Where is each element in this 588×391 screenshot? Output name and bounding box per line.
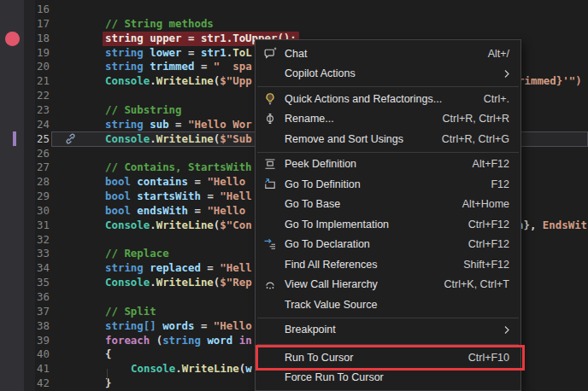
code-token: = bbox=[201, 261, 220, 274]
code-token: WriteLine bbox=[156, 276, 214, 289]
menu-item-label: Breakpoint bbox=[285, 324, 503, 336]
menu-item-label: View Call Hierarchy bbox=[285, 278, 444, 290]
code-token: Console bbox=[105, 74, 150, 87]
code-token: WriteLine bbox=[156, 132, 214, 145]
menu-item-go-to-implementation[interactable]: Go To ImplementationCtrl+F12 bbox=[256, 214, 520, 235]
code-token: WriteLine bbox=[156, 74, 214, 87]
code-token: $"Rep bbox=[220, 276, 251, 289]
code-text: { bbox=[105, 347, 111, 362]
view-call-hierarchy-icon bbox=[256, 277, 285, 291]
code-token: $"Con bbox=[220, 219, 251, 231]
code-token: . bbox=[150, 132, 156, 145]
code-line-16[interactable]: 16 bbox=[0, 3, 588, 17]
code-fragment-line-31: h}, EndsWit bbox=[517, 219, 587, 233]
menu-item-shortcut: F12 bbox=[491, 178, 509, 190]
go-to-declaration-icon bbox=[256, 237, 285, 251]
code-text: Console.WriteLine($"Rep bbox=[105, 276, 252, 290]
menu-item-go-to-definition[interactable]: Go To DefinitionF12 bbox=[256, 174, 520, 195]
menu-item-shortcut: Ctrl+R, Ctrl+G bbox=[442, 133, 509, 145]
menu-item-rename[interactable]: Rename...Ctrl+R, Ctrl+R bbox=[256, 109, 520, 130]
code-token: ToL bbox=[232, 46, 251, 59]
code-token: lower bbox=[150, 46, 181, 59]
line-number: 25 bbox=[0, 132, 50, 147]
line-number: 24 bbox=[0, 118, 50, 132]
menu-item-label: Go To Definition bbox=[285, 178, 491, 190]
code-token: string[] bbox=[105, 319, 162, 332]
line-number: 21 bbox=[0, 74, 50, 89]
code-token: "Hell bbox=[220, 190, 251, 202]
menu-item-go-to-declaration[interactable]: Go To DeclarationCtrl+F12 bbox=[256, 235, 520, 255]
code-token: " spa bbox=[214, 60, 252, 73]
menu-item-breakpoint[interactable]: Breakpoint bbox=[256, 320, 520, 341]
menu-item-remove-and-sort-usings[interactable]: Remove and Sort UsingsCtrl+R, Ctrl+G bbox=[256, 129, 520, 149]
code-token: in bbox=[232, 334, 251, 347]
code-text: string trimmed = " spa bbox=[105, 60, 252, 74]
code-text: string sub = "Hello Wor bbox=[105, 118, 252, 132]
menu-item-shortcut: Ctrl+F12 bbox=[468, 219, 509, 231]
menu-item-view-call-hierarchy[interactable]: View Call HierarchyCtrl+K, Ctrl+T bbox=[256, 275, 520, 295]
code-text: bool contains = "Hello bbox=[105, 175, 252, 190]
code-token: trimmed bbox=[150, 60, 194, 73]
line-number: 29 bbox=[0, 190, 50, 204]
code-token: string bbox=[105, 118, 150, 131]
code-token: str1 bbox=[201, 46, 226, 59]
code-token: = bbox=[188, 204, 207, 217]
code-token: "Hello bbox=[214, 319, 252, 332]
menu-item-force-run-to-cursor[interactable]: Force Run To Cursor bbox=[256, 368, 520, 388]
code-text: Console.WriteLine($"Upp bbox=[105, 74, 252, 89]
line-number: 20 bbox=[0, 60, 50, 74]
code-token: WriteLine bbox=[156, 219, 214, 231]
code-token: WriteLine bbox=[182, 362, 239, 375]
code-token: // Substring bbox=[105, 103, 182, 116]
menu-item-label: Peek Definition bbox=[285, 158, 473, 170]
menu-item-copilot-actions[interactable]: Copilot Actions bbox=[256, 64, 520, 85]
code-text: string lower = str1.ToL bbox=[105, 46, 252, 61]
menu-item-peek-definition[interactable]: Peek DefinitionAlt+F12 bbox=[256, 155, 520, 175]
code-token: foreach bbox=[105, 334, 156, 347]
go-to-definition-icon bbox=[256, 178, 285, 191]
menu-item-chat[interactable]: ChatAlt+/ bbox=[256, 44, 520, 64]
menu-item-label: Go To Implementation bbox=[285, 219, 468, 231]
line-number: 41 bbox=[0, 362, 50, 376]
line-number: 26 bbox=[0, 147, 50, 161]
code-text: // Substring bbox=[105, 103, 182, 118]
menu-item-label: Quick Actions and Refactorings... bbox=[285, 93, 484, 105]
menu-item-run-to-cursor[interactable]: Run To CursorCtrl+F10 bbox=[256, 347, 520, 368]
code-token: string bbox=[105, 60, 150, 73]
code-token: contains bbox=[137, 175, 188, 188]
menu-item-label: Chat bbox=[285, 48, 488, 60]
line-number: 31 bbox=[0, 219, 50, 233]
code-text: // Split bbox=[105, 305, 156, 319]
code-token: rimmed}'") bbox=[518, 74, 582, 87]
line-number: 16 bbox=[0, 3, 50, 17]
editor-context-menu: ChatAlt+/Copilot ActionsQuick Actions an… bbox=[255, 39, 521, 391]
link-icon bbox=[64, 132, 77, 145]
line-number: 30 bbox=[0, 204, 50, 219]
code-line-17[interactable]: 17// String methods bbox=[0, 17, 588, 32]
code-token: EndsWit bbox=[543, 219, 587, 231]
menu-item-shortcut: Alt+Home bbox=[462, 198, 509, 210]
code-token: sub bbox=[150, 118, 168, 131]
breakpoint-dot-icon[interactable] bbox=[5, 32, 20, 46]
menu-item-go-to-base[interactable]: Go To BaseAlt+Home bbox=[256, 195, 520, 215]
menu-item-label: Find All References bbox=[285, 259, 463, 271]
code-token: bool bbox=[105, 204, 137, 217]
vs-editor-screen: 1617// String methods18string upper = st… bbox=[0, 0, 588, 391]
menu-item-find-all-references[interactable]: Find All ReferencesShift+F12 bbox=[256, 254, 520, 275]
code-token: . bbox=[175, 362, 181, 375]
code-token: string bbox=[105, 46, 150, 59]
lightbulb-icon bbox=[256, 92, 285, 106]
menu-item-label: Track Value Source bbox=[285, 299, 520, 311]
menu-item-shortcut: Ctrl+F12 bbox=[468, 238, 509, 250]
code-token: $"Sub bbox=[220, 132, 251, 145]
line-number: 40 bbox=[0, 347, 50, 362]
code-token: = bbox=[188, 175, 207, 188]
code-token: "Hello Wor bbox=[188, 118, 252, 131]
code-token: // Replace bbox=[105, 247, 169, 260]
code-fragment-line-21: rimmed}'") bbox=[518, 74, 582, 89]
menu-item-track-value-source[interactable]: Track Value Source bbox=[256, 295, 520, 315]
code-token: "Hell bbox=[220, 261, 251, 274]
code-token: w bbox=[245, 362, 251, 375]
menu-item-quick-actions-refactorings[interactable]: Quick Actions and Refactorings...Ctrl+. bbox=[256, 89, 520, 109]
code-token: word bbox=[207, 334, 232, 347]
